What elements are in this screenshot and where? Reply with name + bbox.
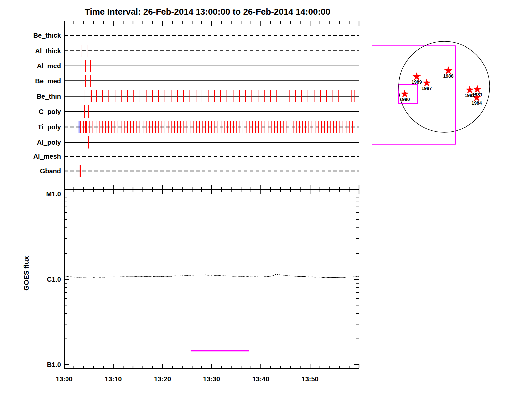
active-region-label: 1984 bbox=[471, 100, 482, 106]
active-region-label: 1981 bbox=[472, 92, 482, 97]
x-tick-label: 13:00 bbox=[56, 375, 72, 383]
filter-row-label: Gband bbox=[40, 167, 61, 175]
goes-flux-curve bbox=[64, 275, 359, 278]
active-region-star bbox=[473, 85, 482, 93]
goes-frame bbox=[64, 189, 359, 368]
goes-panel: M1.0C1.0B1.013:0013:1013:2013:3013:4013:… bbox=[22, 189, 359, 383]
active-region-label: 1990 bbox=[399, 97, 410, 102]
active-region-star bbox=[413, 72, 421, 80]
y-tick-label: M1.0 bbox=[46, 190, 61, 198]
plot-canvas: Time Interval: 26-Feb-2014 13:00:00 to 2… bbox=[0, 0, 532, 399]
filter-panel: Be_thickAl_thickAl_medBe_medBe_thinC_pol… bbox=[33, 21, 359, 194]
solar-limb-circle bbox=[399, 41, 490, 132]
x-tick-label: 13:10 bbox=[105, 375, 122, 383]
filter-row-label: Al_med bbox=[37, 62, 61, 69]
filter-row-label: Al_thick bbox=[35, 47, 61, 55]
filter-frame bbox=[64, 21, 359, 189]
filter-row-label: C_poly bbox=[39, 108, 61, 115]
y-tick-label: B1.0 bbox=[47, 361, 61, 368]
filter-row-label: Al_mesh bbox=[33, 153, 61, 160]
filter-row-label: Al_poly bbox=[37, 139, 61, 146]
x-tick-label: 13:20 bbox=[154, 375, 171, 383]
figure-svg: Time Interval: 26-Feb-2014 13:00:00 to 2… bbox=[0, 0, 532, 399]
filter-row-label: Ti_poly bbox=[38, 123, 61, 131]
filter-row-label: Be_thin bbox=[37, 93, 61, 100]
sun-map: 1989198719861990198219811984 bbox=[372, 41, 490, 144]
goes-ylabel: GOES flux bbox=[22, 256, 30, 291]
active-region-star bbox=[401, 90, 409, 98]
active-region-label: 1989 bbox=[411, 79, 422, 85]
y-tick-label: C1.0 bbox=[47, 276, 61, 283]
filter-row-label: Be_med bbox=[35, 77, 61, 85]
x-tick-label: 13:50 bbox=[302, 375, 319, 383]
filter-row-label: Be_thick bbox=[33, 32, 61, 39]
active-region-star bbox=[444, 66, 453, 74]
active-region-label: 1987 bbox=[421, 86, 432, 91]
active-region-label: 1986 bbox=[443, 73, 453, 79]
x-tick-label: 13:40 bbox=[252, 375, 269, 383]
active-region-star bbox=[423, 79, 431, 87]
plot-title: Time Interval: 26-Feb-2014 13:00:00 to 2… bbox=[85, 7, 330, 17]
x-tick-label: 13:30 bbox=[203, 375, 220, 383]
fov-box-large bbox=[372, 46, 456, 144]
